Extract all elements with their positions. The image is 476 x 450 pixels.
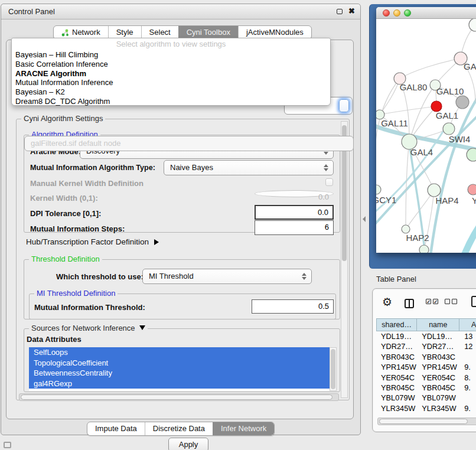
gear-icon[interactable]: ⚙ <box>382 295 392 309</box>
table-horizontal-scrollbar[interactable] <box>377 418 476 425</box>
column-header[interactable]: shared… <box>376 318 417 331</box>
tab-label: Style <box>116 26 133 39</box>
table-row[interactable]: YDL19…YDL19…13 <box>376 331 476 341</box>
attributes-scrollbar[interactable] <box>330 347 337 391</box>
network-edge <box>409 85 435 142</box>
node-label: GAL4 <box>410 147 433 157</box>
network-window[interactable]: GALGAL80GAL10GAL1GAL11GAL4SWI4GCY1HAP4YH… <box>376 7 476 253</box>
algorithm-option[interactable]: Basic Correlation Inference <box>12 60 330 69</box>
clear-selection-icon[interactable] <box>445 299 457 304</box>
control-panel-title: Control Panel <box>8 7 55 16</box>
close-panel-icon[interactable]: ✖ <box>348 6 355 15</box>
mi-threshold-field[interactable]: 0.5 <box>252 299 334 314</box>
sources-group-title[interactable]: Sources for Network Inference <box>29 324 148 332</box>
scrollbar-thumb[interactable] <box>21 394 332 400</box>
attribute-item[interactable]: SelfLoops <box>29 347 330 358</box>
network-edge <box>406 190 434 229</box>
manual-kernel-label: Manual Kernel Width Definition <box>30 179 144 188</box>
attribute-item[interactable]: gal4RGexp <box>29 379 330 389</box>
mi-steps-label: Mutual Information Steps: <box>30 224 125 233</box>
tab-impute-data[interactable]: Impute Data <box>87 422 145 435</box>
table-row[interactable]: YER054CYER054C8. <box>376 373 476 383</box>
zoom-window-icon[interactable] <box>404 9 411 17</box>
attribute-item[interactable]: BetweennessCentrality <box>29 368 330 379</box>
tab-label: Infer Network <box>221 422 266 435</box>
network-node-hap4[interactable] <box>428 184 441 197</box>
minimize-window-icon[interactable] <box>393 9 400 17</box>
apply-button[interactable]: Apply <box>168 438 208 450</box>
control-panel-titlebar[interactable]: Control Panel ✖ <box>1 4 360 19</box>
column-header[interactable]: A <box>459 318 476 331</box>
table-row[interactable]: YLR345WYLR345W9. <box>376 403 476 411</box>
tab-network[interactable]: Network <box>54 26 108 39</box>
attribute-item[interactable]: TopologicalCoefficient <box>29 358 330 369</box>
sources-group: Sources for Network Inference Data Attri… <box>24 328 340 392</box>
hub-section-label: Hub/Transcription Factor Definition <box>26 237 149 246</box>
table-icon[interactable] <box>471 296 476 307</box>
table-cell: 9. <box>459 383 476 393</box>
table-cell: YLR345W <box>417 403 459 411</box>
which-threshold-combo[interactable]: MI Threshold <box>142 269 312 284</box>
network-window-titlebar[interactable] <box>376 7 476 19</box>
settings-horizontal-scrollbar[interactable] <box>19 393 339 401</box>
control-panel-window: Control Panel ✖ NetworkStyleSelectCyni T… <box>1 4 361 435</box>
network-node-y[interactable] <box>468 184 476 195</box>
table-header-row: shared…nameA <box>376 318 476 331</box>
panel-divider-collapse-icon[interactable] <box>363 216 366 222</box>
table-row[interactable]: YBR043CYBR043C <box>376 352 476 362</box>
tab-jactivemnodules[interactable]: jActiveMNodules <box>238 26 311 39</box>
tab-discretize-data[interactable]: Discretize Data <box>145 422 213 435</box>
scrollbar-thumb[interactable] <box>331 349 335 389</box>
mi-type-value: Naive Bayes <box>170 163 213 172</box>
table-row[interactable]: YBR045CYBR045C9. <box>376 383 476 393</box>
table-body: YDL19…YDL19…13YDR27…YDR27…12YBR043CYBR04… <box>376 331 476 411</box>
algorithm-option[interactable]: Bayesian – K2 <box>12 87 330 97</box>
algorithm-option[interactable]: Dream8 DC_TDC Algorithm <box>12 97 330 106</box>
network-tab-icon <box>61 29 69 37</box>
network-node[interactable] <box>469 19 476 31</box>
network-node[interactable] <box>419 245 429 253</box>
network-node-gcy1[interactable] <box>376 185 381 194</box>
algorithm-option[interactable]: ARACNE Algorithm <box>12 69 330 79</box>
kernel-width-field[interactable]: 0.0 <box>255 190 334 197</box>
table-cell: YPR145W <box>417 362 459 372</box>
tab-style[interactable]: Style <box>108 26 141 39</box>
table-row[interactable]: YPR145WYPR145W9. <box>376 362 476 372</box>
dpi-tolerance-label: DPI Tolerance [0,1]: <box>30 209 101 218</box>
table-row[interactable]: YBL079WYBL079W <box>376 393 476 403</box>
tab-infer-network[interactable]: Infer Network <box>213 422 274 435</box>
settings-vertical-scrollbar[interactable] <box>341 121 348 398</box>
column-header[interactable]: name <box>417 318 459 331</box>
table-cell: YBR043C <box>376 352 417 362</box>
table-cell: YDL19… <box>417 331 459 341</box>
network-node-hap2[interactable] <box>402 225 410 233</box>
mi-steps-field[interactable]: 6 <box>255 220 334 235</box>
scrollbar-thumb[interactable] <box>379 419 468 424</box>
mi-type-label: Mutual Information Algorithm Type: <box>30 164 155 172</box>
cyni-algorithm-settings-group: Cyni Algorithm Settings Algorithm Defini… <box>16 119 350 400</box>
minimized-panel-icon[interactable] <box>4 442 11 448</box>
dpi-tolerance-field[interactable]: 0.0 <box>255 205 334 220</box>
node-table[interactable]: shared…nameA YDL19…YDL19…13YDR27…YDR27…1… <box>376 318 476 411</box>
network-node-swi4[interactable] <box>467 148 476 161</box>
network-context-combo[interactable]: galFiltered.sif default node <box>24 136 354 151</box>
select-all-icon[interactable]: ✓✓ <box>426 299 438 304</box>
table-row[interactable]: YDR27…YDR27…12 <box>376 341 476 351</box>
tab-cyni-toolbox[interactable]: Cyni Toolbox <box>178 26 238 39</box>
tab-select[interactable]: Select <box>141 26 178 39</box>
data-attributes-list[interactable]: SelfLoopsTopologicalCoefficientBetweenne… <box>29 347 330 391</box>
close-window-icon[interactable] <box>383 9 390 17</box>
algorithm-option[interactable]: Bayesian – Hill Climbing <box>12 50 330 60</box>
collapse-down-icon <box>139 325 145 330</box>
which-threshold-value: MI Threshold <box>149 272 194 281</box>
network-canvas[interactable]: GALGAL80GAL10GAL1GAL11GAL4SWI4GCY1HAP4YH… <box>376 19 476 253</box>
split-columns-icon[interactable] <box>405 299 414 308</box>
float-window-icon[interactable] <box>337 9 343 14</box>
network-node-gal1[interactable] <box>443 123 455 135</box>
network-node[interactable] <box>456 96 469 109</box>
algorithm-option[interactable]: Mutual Information Inference <box>12 78 330 87</box>
hub-section-toggle[interactable]: Hub/Transcription Factor Definition <box>26 237 159 246</box>
combo-stepper[interactable] <box>339 99 349 112</box>
manual-kernel-checkbox[interactable] <box>325 178 333 186</box>
mi-type-combo[interactable]: Naive Bayes <box>164 160 334 175</box>
